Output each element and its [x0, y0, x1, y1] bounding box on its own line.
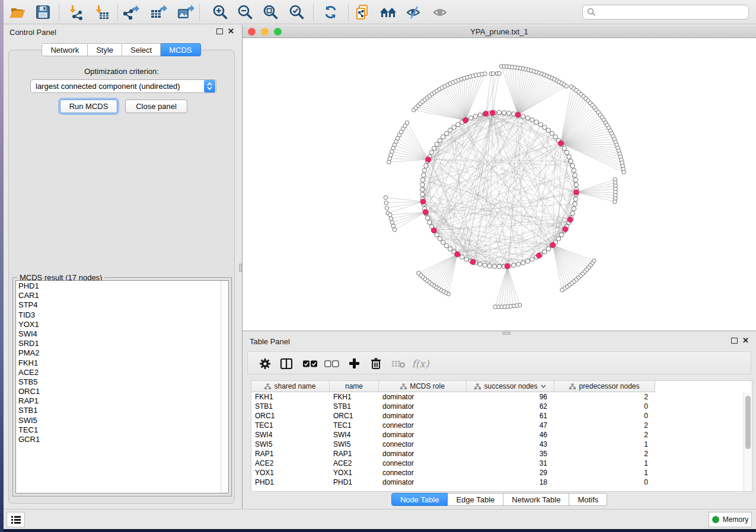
unselect-all-columns-icon[interactable] — [323, 355, 340, 371]
tab-motifs[interactable]: Motifs — [569, 493, 607, 506]
column-header-MCDS-role[interactable]: MCDS role — [379, 381, 467, 392]
mcds-result-item[interactable]: YOX1 — [16, 320, 221, 329]
mcds-result-item[interactable]: PHD1 — [16, 281, 221, 291]
hide-graphics-details-icon[interactable] — [404, 2, 424, 22]
mcds-result-item[interactable]: ACE2 — [16, 368, 221, 377]
optimization-criterion-label: Optimization criterion: — [9, 67, 234, 76]
close-panel-icon[interactable]: ✕ — [228, 28, 234, 34]
column-header-shared-name[interactable]: shared name — [251, 381, 330, 392]
column-header-successor-nodes[interactable]: successor nodes — [467, 381, 554, 392]
tab-select[interactable]: Select — [122, 43, 161, 56]
table-row[interactable]: ACE2ACE2connector311 — [251, 459, 744, 468]
show-graphics-details-icon[interactable] — [430, 2, 451, 22]
mcds-result-item[interactable]: TEC1 — [16, 425, 221, 435]
column-header-predecessor-nodes[interactable]: predecessor nodes — [554, 381, 655, 392]
mcds-result-item[interactable]: SRD1 — [16, 339, 221, 348]
horizontal-splitter[interactable] — [243, 331, 756, 335]
table-scrollbar-thumb[interactable] — [745, 396, 751, 449]
tree-icon — [400, 383, 407, 390]
mcds-result-item[interactable]: PMA2 — [16, 348, 221, 358]
import-table-icon[interactable] — [92, 2, 112, 22]
tab-network-table[interactable]: Network Table — [503, 493, 569, 506]
table-panel-title: Table Panel — [250, 337, 290, 346]
function-builder-icon: f(x) — [409, 355, 432, 371]
mcds-tab-panel: Optimization criterion: largest connecte… — [8, 50, 235, 504]
import-network-icon[interactable] — [66, 2, 86, 22]
zoom-in-icon[interactable] — [210, 2, 230, 22]
export-table-icon[interactable] — [148, 2, 168, 22]
mcds-result-item[interactable]: FKH1 — [16, 358, 221, 368]
toolbar-separator — [313, 4, 314, 21]
node-table-header: shared namenameMCDS rolesuccessor nodesp… — [251, 381, 744, 392]
table-row[interactable]: PHD1PHD1dominator180 — [251, 477, 744, 487]
task-history-button[interactable] — [7, 512, 25, 527]
network-canvas[interactable] — [243, 39, 756, 331]
zoom-out-icon[interactable] — [235, 2, 255, 22]
mcds-result-item[interactable]: ORC1 — [16, 387, 221, 396]
table-row[interactable]: YOX1YOX1connector291 — [251, 468, 744, 477]
table-row[interactable]: SWI5SWI5connector431 — [251, 440, 744, 449]
float-panel-icon[interactable] — [731, 338, 738, 344]
table-row[interactable]: TEC1TEC1connector472 — [251, 421, 744, 430]
search-input[interactable] — [596, 8, 748, 17]
tab-node-table[interactable]: Node Table — [391, 493, 448, 506]
mcds-result-item[interactable]: SWI4 — [16, 329, 221, 339]
add-column-icon[interactable] — [345, 355, 363, 371]
toolbar-separator — [348, 4, 349, 21]
close-panel-icon[interactable]: ✕ — [742, 338, 749, 344]
mcds-list-scrollbar[interactable] — [221, 281, 228, 493]
mcds-result-group: MCDS result (17 nodes) PHD1CAR1STP4TID3Y… — [12, 277, 232, 496]
fx-label: f(x) — [412, 358, 429, 370]
delete-table-icon — [390, 355, 407, 371]
mcds-result-item[interactable]: STP4 — [16, 300, 221, 310]
table-row[interactable]: ORC1ORC1dominator610 — [251, 411, 744, 421]
mcds-result-item[interactable]: TID3 — [16, 310, 221, 320]
clone-network-icon[interactable] — [352, 2, 372, 22]
dropdown-stepper-icon — [204, 80, 215, 92]
optimization-criterion-select[interactable]: largest connected component (undirected) — [30, 79, 216, 93]
toolbar-separator — [59, 4, 59, 21]
column-settings-icon[interactable] — [256, 355, 274, 371]
table-scrollbar[interactable] — [744, 392, 752, 491]
select-all-columns-icon[interactable] — [301, 355, 319, 371]
mcds-result-item[interactable]: SWI5 — [16, 416, 221, 425]
save-session-icon[interactable] — [33, 2, 53, 22]
tab-network[interactable]: Network — [42, 43, 88, 56]
mcds-result-item[interactable]: CAR1 — [16, 291, 221, 300]
float-panel-icon[interactable] — [216, 28, 223, 34]
split-panel-icon[interactable] — [277, 355, 295, 371]
sort-descending-icon — [541, 384, 546, 388]
search-icon — [587, 8, 596, 17]
network-view-panel: YPA_prune.txt_1 — [243, 25, 756, 331]
tab-edge-table[interactable]: Edge Table — [448, 493, 503, 506]
zoom-selected-icon[interactable] — [286, 2, 307, 22]
refresh-icon[interactable] — [320, 2, 340, 22]
export-image-icon[interactable] — [176, 2, 196, 22]
node-table-body: FKH1FKH1dominator962STB1STB1dominator620… — [251, 392, 744, 491]
column-header-name[interactable]: name — [330, 381, 379, 392]
first-neighbors-icon[interactable] — [378, 2, 398, 22]
memory-button[interactable]: Memory — [709, 512, 752, 527]
run-mcds-button[interactable]: Run MCDS — [60, 100, 117, 113]
memory-label: Memory — [723, 515, 748, 524]
close-panel-button[interactable]: Close panel — [125, 100, 187, 113]
mcds-result-item[interactable]: STB5 — [16, 377, 221, 387]
open-file-icon[interactable] — [8, 2, 28, 22]
tab-style[interactable]: Style — [88, 43, 122, 56]
table-toolbar: f(x) — [247, 351, 751, 374]
export-network-icon[interactable] — [120, 2, 141, 22]
zoom-fit-icon[interactable] — [260, 2, 280, 22]
main-toolbar — [4, 0, 756, 24]
table-row[interactable]: SWI4SWI4dominator462 — [251, 430, 744, 440]
table-row[interactable]: RAP1RAP1dominator352 — [251, 449, 744, 459]
tab-mcds[interactable]: MCDS — [161, 43, 200, 56]
mcds-result-item[interactable]: STB1 — [16, 406, 221, 415]
table-row[interactable]: STB1STB1dominator620 — [251, 402, 744, 411]
memory-status-icon — [712, 516, 719, 523]
mcds-result-item[interactable]: RAP1 — [16, 396, 221, 406]
control-panel-tabs: NetworkStyleSelectMCDS — [4, 43, 239, 56]
delete-columns-icon[interactable] — [367, 355, 385, 371]
splitter-grip[interactable] — [239, 264, 242, 272]
table-row[interactable]: FKH1FKH1dominator962 — [251, 392, 744, 402]
mcds-result-item[interactable]: GCR1 — [16, 435, 221, 444]
